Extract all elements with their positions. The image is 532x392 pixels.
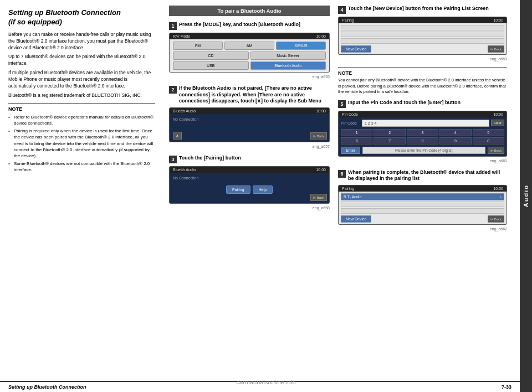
pairing-list-row-1: [341, 25, 504, 30]
step-3-topbar: Bluetth Audio 10:00: [170, 167, 329, 173]
pin-label: Pin Code: [341, 121, 360, 125]
step-3-screen-title: Bluetth Audio: [173, 168, 196, 172]
note-list: Refer to Bluetooth® device operator's ma…: [8, 114, 155, 173]
note-title: NOTE: [8, 106, 155, 112]
step-3-screen-body: No Connection Pairing Help ⊳ Back: [170, 173, 329, 203]
rv-btn-bluetooth-audio[interactable]: Bluetooth Audio: [250, 61, 326, 70]
main-content: Setting up Bluetooth Connection (if so e…: [0, 0, 520, 392]
pin-btn-3[interactable]: 3: [407, 129, 438, 136]
rv-btn-sirius[interactable]: SIRIUS: [276, 42, 326, 50]
right-column: 4 Touch the [New Device] button from the…: [335, 6, 507, 386]
step-2-back-btn[interactable]: ⊳ Back: [310, 132, 327, 140]
pin-field[interactable]: 1 2 3 4: [362, 120, 489, 127]
step-6-num: 6: [338, 170, 346, 178]
step-3-caption: eng_a658: [169, 206, 330, 210]
rv-btn-am[interactable]: AM: [224, 42, 274, 50]
pin-btn-4[interactable]: 4: [439, 129, 471, 136]
pin-btn-9[interactable]: 9: [439, 137, 471, 145]
middle-column: To pair a Bluetooth Audio 1 Press the [M…: [163, 6, 335, 386]
step-2-screen-title: Bluetth Audio: [173, 109, 196, 113]
step-2-block: 2 If the Bluetooth Audio is not paired, …: [169, 85, 330, 148]
pin-btn-7[interactable]: 7: [374, 137, 405, 145]
step-3-screen-time: 10:00: [316, 168, 326, 172]
page-container: Setting up Bluetooth Connection (if so e…: [0, 0, 532, 392]
step-6-screen: Pairing 10:00 B.T.-Audio ♪ New Device ⊳ …: [338, 185, 507, 225]
pair-header: To pair a Bluetooth Audio: [169, 6, 330, 16]
footer-left-text: Setting up Bluetooth Connection: [8, 384, 86, 390]
pin-input-row: Pin Code 1 2 3 4 Clear: [341, 120, 504, 127]
pairing-list-row-2: [341, 32, 504, 37]
body-para-4: Bluetooth® is a registered trademark of …: [8, 92, 155, 99]
step-5-screen: Pin Code 10:00 Pin Code 1 2 3 4 Clear 1 …: [338, 111, 507, 157]
pin-btn-0[interactable]: 0: [473, 137, 504, 145]
step-6-text: When pairing is complete, the Bluetooth®…: [348, 169, 507, 182]
step-3-back-btn[interactable]: ⊳ Back: [310, 194, 327, 201]
step-4-back-btn[interactable]: ⊳ Back: [488, 45, 504, 53]
step-1-topbar: R/V Mode 10:00: [170, 33, 329, 39]
step-3-block: 3 Touch the [Pairing] button Bluetth Aud…: [169, 155, 330, 210]
new-device-button[interactable]: New Device: [341, 45, 371, 53]
step-2-screen: Bluetth Audio 10:00 No Connection ∧ ⊳ Ba…: [169, 107, 330, 142]
body-para-3: If multiple paired Bluetooth® devices ar…: [8, 70, 155, 90]
final-list-row-2: [341, 202, 504, 207]
step-6-topbar: Pairing 10:00: [339, 185, 507, 192]
step-1-caption: eng_a655: [169, 75, 330, 79]
final-new-device-button[interactable]: New Device: [341, 215, 371, 223]
right-note-text: You cannot pair any Bluetooth® device wi…: [338, 78, 507, 95]
step-5-caption: eng_a660: [338, 159, 507, 163]
final-list-row-3: [341, 208, 504, 214]
note-item-3: Some Bluetooth® devices are not compatib…: [8, 161, 155, 173]
step-5-pin-body: Pin Code 1 2 3 4 Clear 1 2 3 4 5 6 7: [339, 117, 507, 156]
section-body: Before you can make or receive hands-fre…: [8, 32, 155, 99]
step-5-screen-time: 10:00: [493, 112, 503, 116]
step-6-block: 6 When pairing is complete, the Bluetoot…: [338, 169, 507, 231]
step-2-topbar: Bluetth Audio 10:00: [170, 108, 329, 114]
left-column: Setting up Bluetooth Connection (if so e…: [8, 6, 163, 386]
step-4-screen-title: Pairing: [342, 18, 354, 22]
pin-btn-8[interactable]: 8: [407, 137, 438, 145]
step-6-list-body: B.T.-Audio ♪ New Device ⊳ Back: [339, 192, 507, 224]
step-4-topbar: Pairing 10:00: [339, 17, 507, 23]
step-5-text: Input the Pin Code and touch the [Enter]…: [348, 100, 461, 106]
step-4-caption: eng_a659: [338, 57, 507, 61]
note-item-2: Pairing is required only when the device…: [8, 128, 155, 159]
step-3-no-conn: No Connection: [173, 175, 326, 181]
step-6-header: 6 When pairing is complete, the Bluetoot…: [338, 169, 507, 182]
final-new-device-row: New Device ⊳ Back: [341, 215, 504, 223]
step-2-caption: eng_a657: [169, 145, 330, 148]
step-3-text: Touch the [Pairing] button: [179, 155, 241, 162]
pin-enter-button[interactable]: Enter: [341, 147, 360, 154]
step-6-screen-time: 10:00: [493, 187, 503, 190]
help-button[interactable]: Help: [253, 185, 273, 194]
footer-page-number: 7-33: [502, 384, 511, 390]
step-2-text: If the Bluetooth Audio is not paired, [T…: [179, 85, 330, 105]
step-1-screen-body: FM AM SIRIUS CD Music Server USB Bluetoo…: [170, 39, 329, 72]
pin-btn-2[interactable]: 2: [374, 129, 405, 136]
pin-btn-5[interactable]: 5: [473, 129, 504, 136]
step-6-screen-title: Pairing: [342, 187, 354, 190]
rv-btn-cd[interactable]: CD: [173, 51, 249, 60]
step-1-screen-title: R/V Mode: [173, 34, 190, 38]
step-5-screen-title: Pin Code: [342, 112, 358, 116]
audio-sidebar: Audio: [520, 0, 532, 392]
pin-clear-button[interactable]: Clear: [491, 120, 504, 126]
rv-btn-fm[interactable]: FM: [173, 42, 223, 50]
rv-buttons-row1: FM AM SIRIUS: [173, 42, 326, 50]
rv-btn-music-server[interactable]: Music Server: [250, 51, 326, 60]
pin-placeholder: Please enter the Pin Code (4 Digits): [362, 147, 485, 154]
pairing-button[interactable]: Pairing: [226, 185, 250, 194]
rv-btn-usb[interactable]: USB: [173, 61, 249, 70]
step-6-back-btn[interactable]: ⊳ Back: [488, 215, 504, 223]
step-4-screen: Pairing 10:00 New Device ⊳ Back: [338, 17, 507, 55]
pin-btn-6[interactable]: 6: [341, 137, 372, 145]
final-list-row-1: B.T.-Audio ♪: [341, 193, 504, 200]
right-note-title: NOTE: [338, 70, 507, 76]
step-6-caption: eng_a662: [338, 227, 507, 231]
step-3-pairing-buttons: Pairing Help: [173, 181, 326, 196]
step-1-screen: R/V Mode 10:00 FM AM SIRIUS CD Music Ser…: [169, 33, 330, 73]
pin-btn-1[interactable]: 1: [341, 129, 372, 136]
step-2-arrow-btn[interactable]: ∧: [173, 132, 182, 140]
step-4-header: 4 Touch the [New Device] button from the…: [338, 6, 507, 14]
step-5-back-btn[interactable]: ⊳ Back: [488, 147, 504, 154]
step-5-topbar: Pin Code 10:00: [339, 111, 507, 117]
